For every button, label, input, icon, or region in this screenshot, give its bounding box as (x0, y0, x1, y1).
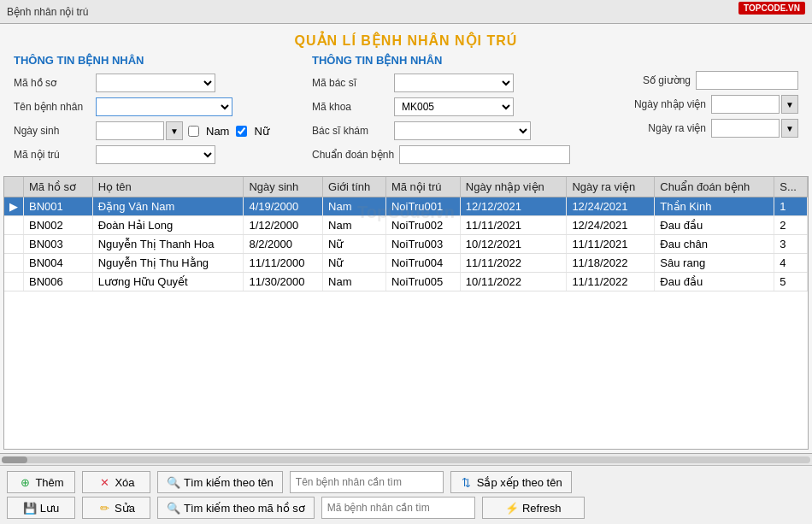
cell-ngay-ra-vien: 11/11/2022 (567, 273, 655, 291)
col-ngay-ra-vien: Ngày ra viện (567, 177, 655, 197)
search-ma-input[interactable] (321, 497, 475, 519)
ngay-nhap-vien-label: Ngày nhập viện (621, 98, 706, 110)
hscroll-area[interactable] (0, 453, 812, 465)
cell-stt: 5 (774, 273, 808, 291)
them-icon: ⊕ (18, 475, 32, 489)
row-indicator (4, 254, 24, 273)
form-area: THÔNG TIN BỆNH NHÂN Mã hồ sơ Tên bệnh nh… (0, 54, 812, 169)
ma-noi-tru-select[interactable] (96, 145, 215, 164)
sap-xep-ten-button[interactable]: ⇅ Sắp xếp theo tên (450, 471, 572, 493)
cell-ma-noi-tru: NoiTru002 (385, 216, 460, 235)
table-body: ▶ BN001 Đặng Văn Nam 4/19/2000 Nam NoiTr… (4, 197, 808, 291)
cell-ngay-nhap-vien: 10/11/2022 (460, 273, 567, 291)
btn-bar: ⊕ Thêm ✕ Xóa 🔍 Tìm kiếm theo tên ⇅ Sắp x… (0, 465, 812, 524)
ten-benh-nhan-select[interactable] (96, 97, 232, 116)
col-chuan-doan: Chuẩn đoán bệnh (655, 177, 774, 197)
cell-stt: 4 (774, 254, 808, 273)
cell-ngay-sinh: 11/30/2000 (244, 273, 323, 291)
col-stt: S... (774, 177, 808, 197)
search-ten-input[interactable] (290, 471, 444, 493)
cell-ngay-sinh: 8/2/2000 (244, 235, 323, 254)
ma-noi-tru-row: Mã nội trú (14, 145, 295, 164)
table-row[interactable]: BN002 Đoàn Hải Long 1/12/2000 Nam NoiTru… (4, 216, 808, 235)
bac-si-kham-select[interactable] (394, 121, 531, 140)
search-icon-1: 🔍 (167, 475, 180, 489)
ngay-sinh-calendar-btn[interactable]: ▼ (166, 121, 183, 140)
middle-section: THÔNG TIN BỆNH NHÂN Mã bác sĩ Mã khoa MK… (312, 54, 593, 169)
cell-ngay-nhap-vien: 11/11/2021 (460, 216, 567, 235)
page-title: QUẢN LÍ BỆNH NHÂN NỘI TRÚ (295, 33, 518, 48)
cell-chuan-doan: Thần Kinh (655, 197, 774, 216)
title-bar: Bệnh nhân nội trú TOPCODE.VN (0, 0, 812, 24)
luu-button[interactable]: 💾 Lưu (7, 497, 75, 519)
middle-section-title: THÔNG TIN BỆNH NHÂN (312, 54, 593, 67)
sort-icon: ⇅ (460, 475, 474, 489)
so-giuong-input[interactable] (696, 71, 798, 90)
col-ho-ten: Họ tên (92, 177, 244, 197)
nu-checkbox[interactable] (236, 126, 247, 137)
ngay-ra-vien-field: 2/13/2022 ▼ (711, 119, 798, 138)
cell-ngay-ra-vien: 11/11/2021 (567, 235, 655, 254)
ma-bac-si-select[interactable] (394, 74, 514, 92)
ma-noi-tru-label: Mã nội trú (14, 149, 91, 161)
xoa-button[interactable]: ✕ Xóa (82, 471, 150, 493)
chuan-doan-input[interactable] (399, 145, 570, 164)
cell-ho-ten: Đoàn Hải Long (92, 216, 244, 235)
left-section-title: THÔNG TIN BỆNH NHÂN (14, 54, 295, 67)
col-ngay-nhap-vien: Ngày nhập viện (460, 177, 567, 197)
hscroll-track[interactable] (2, 456, 810, 463)
cell-ma-ho-so: BN001 (24, 197, 93, 216)
cell-gioi-tinh: Nữ (323, 254, 386, 273)
ngay-sinh-input[interactable]: 2/13/2022 (96, 121, 164, 140)
bac-si-kham-label: Bác sĩ khám (312, 125, 389, 137)
cell-ho-ten: Nguyễn Thị Thanh Hoa (92, 235, 244, 254)
page-title-area: QUẢN LÍ BỆNH NHÂN NỘI TRÚ (0, 24, 812, 54)
table-row[interactable]: BN003 Nguyễn Thị Thanh Hoa 8/2/2000 Nữ N… (4, 235, 808, 254)
ten-benh-nhan-label: Tên bệnh nhân (14, 101, 91, 113)
ma-bac-si-label: Mã bác sĩ (312, 77, 389, 89)
row-indicator (4, 235, 24, 254)
them-label: Thêm (35, 476, 63, 489)
table-wrapper[interactable]: TopCode.vn Mã hồ sơ Họ tên Ngày sinh Giớ… (3, 176, 809, 450)
sua-button[interactable]: ✏ Sửa (82, 497, 150, 519)
ma-khoa-select[interactable]: MK005 (394, 97, 514, 116)
ma-ho-so-select[interactable] (96, 74, 215, 92)
row-indicator (4, 273, 24, 291)
them-button[interactable]: ⊕ Thêm (7, 471, 75, 493)
luu-icon: 💾 (23, 501, 37, 515)
ngay-ra-vien-calendar-btn[interactable]: ▼ (781, 119, 798, 138)
cell-gioi-tinh: Nam (323, 197, 386, 216)
refresh-label: Refresh (522, 502, 562, 515)
topcode-logo: TOPCODE.VN (738, 2, 805, 15)
luu-label: Lưu (40, 502, 59, 515)
cell-ngay-sinh: 4/19/2000 (244, 197, 323, 216)
col-ma-noi-tru: Mã nội trú (385, 177, 460, 197)
cell-ngay-ra-vien: 12/24/2021 (567, 197, 655, 216)
tim-kiem-ma-button[interactable]: 🔍 Tìm kiếm theo mã hồ sơ (157, 497, 315, 519)
table-row[interactable]: BN006 Lương Hữu Quyết 11/30/2000 Nam Noi… (4, 273, 808, 291)
left-section: THÔNG TIN BỆNH NHÂN Mã hồ sơ Tên bệnh nh… (14, 54, 295, 169)
ngay-nhap-vien-calendar-btn[interactable]: ▼ (781, 95, 798, 114)
ngay-nhap-vien-input[interactable]: 2/13/2022 (711, 95, 780, 114)
hscroll-thumb[interactable] (2, 456, 27, 463)
table-header-row: Mã hồ sơ Họ tên Ngày sinh Giới tính Mã n… (4, 177, 808, 197)
bac-si-kham-row: Bác sĩ khám (312, 121, 593, 140)
ma-khoa-row: Mã khoa MK005 (312, 97, 593, 116)
col-indicator (4, 177, 24, 197)
ngay-sinh-label: Ngày sinh (14, 125, 91, 137)
cell-ma-noi-tru: NoiTru001 (385, 197, 460, 216)
ngay-ra-vien-row: Ngày ra viện 2/13/2022 ▼ (610, 119, 798, 138)
col-ma-ho-so: Mã hồ sơ (24, 177, 93, 197)
ngay-ra-vien-input[interactable]: 2/13/2022 (711, 119, 780, 138)
table-row[interactable]: BN004 Nguyễn Thị Thu Hằng 11/11/2000 Nữ … (4, 254, 808, 273)
cell-chuan-doan: Sâu rang (655, 254, 774, 273)
search-icon-2: 🔍 (167, 501, 180, 515)
tim-kiem-ten-button[interactable]: 🔍 Tìm kiếm theo tên (157, 471, 283, 493)
table-row[interactable]: ▶ BN001 Đặng Văn Nam 4/19/2000 Nam NoiTr… (4, 197, 808, 216)
main-window: QUẢN LÍ BỆNH NHÂN NỘI TRÚ THÔNG TIN BỆNH… (0, 24, 812, 524)
cell-ma-ho-so: BN006 (24, 273, 93, 291)
nam-checkbox[interactable] (188, 126, 199, 137)
refresh-button[interactable]: ⚡ Refresh (482, 497, 585, 519)
btn-row-2: 💾 Lưu ✏ Sửa 🔍 Tìm kiếm theo mã hồ sơ ⚡ R… (7, 497, 805, 519)
btn-row-1: ⊕ Thêm ✕ Xóa 🔍 Tìm kiếm theo tên ⇅ Sắp x… (7, 471, 805, 493)
